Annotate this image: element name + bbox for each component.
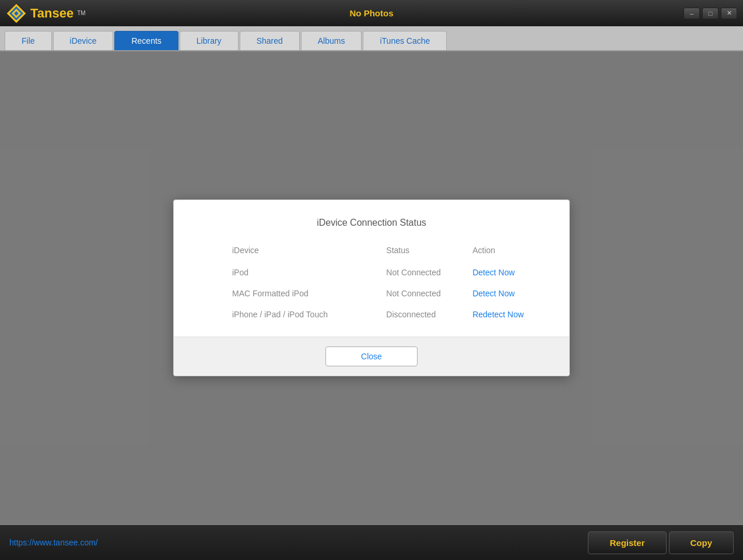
dialog-title: iDevice Connection Status	[197, 218, 546, 228]
maximize-button[interactable]: □	[702, 8, 719, 19]
titlebar-title: No Photos	[350, 8, 394, 18]
redetect-now-link[interactable]: Redetect Now	[472, 310, 524, 319]
modal-overlay: iDevice Connection Status iDevice Status…	[0, 51, 743, 524]
logo: TanseeTM	[6, 3, 86, 24]
status-mac-ipod: Not Connected	[369, 283, 467, 304]
copy-button[interactable]: Copy	[669, 531, 734, 554]
table-header-row: iDevice Status Action	[197, 242, 546, 262]
main-content: iDevice Connection Status iDevice Status…	[0, 51, 743, 524]
detect-now-ipod-link[interactable]: Detect Now	[472, 268, 514, 277]
tab-library[interactable]: Library	[180, 31, 239, 50]
footer: https://www.tansee.com/ Register Copy	[0, 525, 743, 560]
logo-tm: TM	[77, 10, 85, 16]
website-link[interactable]: https://www.tansee.com/	[9, 538, 98, 547]
status-iphone: Disconnected	[369, 304, 467, 325]
close-button[interactable]: ✕	[721, 8, 737, 19]
dialog-body: iDevice Connection Status iDevice Status…	[174, 200, 569, 337]
dialog-footer: Close	[174, 337, 569, 376]
detect-now-mac-ipod-link[interactable]: Detect Now	[472, 289, 514, 298]
tab-recents[interactable]: Recents	[114, 31, 178, 50]
tab-itunes-cache[interactable]: iTunes Cache	[363, 31, 447, 50]
action-iphone[interactable]: Redetect Now	[467, 304, 546, 325]
tab-shared[interactable]: Shared	[240, 31, 300, 50]
minimize-button[interactable]: –	[684, 8, 700, 19]
action-mac-ipod[interactable]: Detect Now	[467, 283, 546, 304]
close-dialog-button[interactable]: Close	[325, 346, 418, 366]
status-ipod: Not Connected	[369, 262, 467, 283]
tab-albums[interactable]: Albums	[301, 31, 362, 50]
footer-buttons: Register Copy	[588, 531, 734, 554]
col-action-header: Action	[467, 242, 546, 262]
titlebar: TanseeTM No Photos – □ ✕	[0, 0, 743, 26]
table-row: iPod Not Connected Detect Now	[197, 262, 546, 283]
table-row: iPhone / iPad / iPod Touch Disconnected …	[197, 304, 546, 325]
tab-idevice[interactable]: iDevice	[53, 31, 114, 50]
logo-text: Tansee	[30, 6, 73, 21]
device-mac-ipod: MAC Formatted iPod	[197, 283, 369, 304]
device-iphone: iPhone / iPad / iPod Touch	[197, 304, 369, 325]
register-button[interactable]: Register	[588, 531, 666, 554]
idevice-connection-dialog: iDevice Connection Status iDevice Status…	[173, 200, 570, 376]
table-row: MAC Formatted iPod Not Connected Detect …	[197, 283, 546, 304]
col-status-header: Status	[369, 242, 467, 262]
tab-file[interactable]: File	[5, 31, 52, 50]
connection-table: iDevice Status Action iPod Not Connected…	[197, 242, 546, 325]
window-controls: – □ ✕	[684, 8, 737, 19]
logo-icon	[6, 3, 27, 24]
tabbar: File iDevice Recents Library Shared Albu…	[0, 26, 743, 51]
device-ipod: iPod	[197, 262, 369, 283]
col-device-header: iDevice	[197, 242, 369, 262]
action-ipod[interactable]: Detect Now	[467, 262, 546, 283]
